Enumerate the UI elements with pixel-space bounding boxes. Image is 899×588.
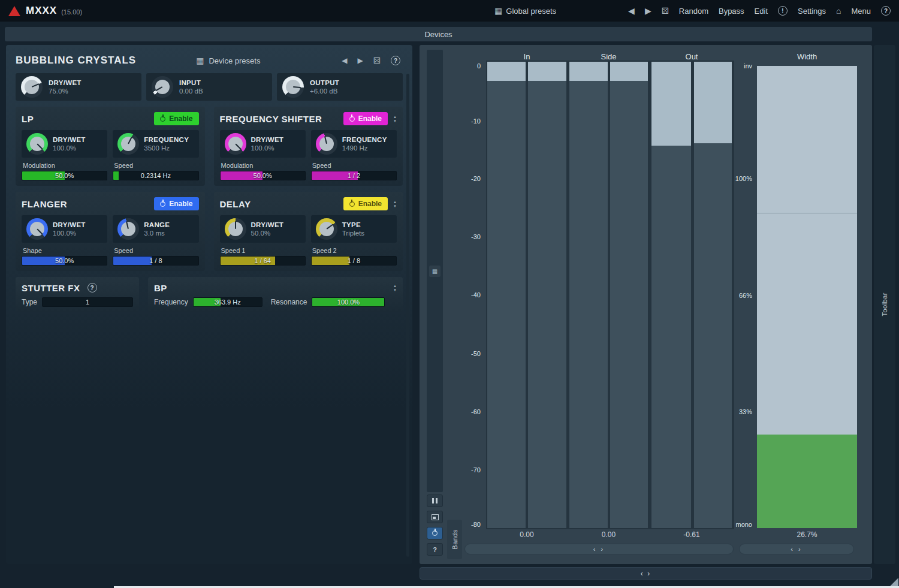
lp-drywet-control: DRY/WET 100.0%	[22, 130, 107, 158]
bp-resonance-slider[interactable]: 100.0%	[312, 297, 385, 307]
prev-device-preset-button[interactable]: ◀	[342, 56, 347, 65]
meter-column-in-left	[487, 62, 526, 528]
prev-preset-button[interactable]: ◀	[628, 6, 635, 16]
width-zoom-scrollbar[interactable]: ‹ ›	[739, 544, 854, 554]
slider-value: 50.0%	[22, 257, 107, 265]
meter-column-in-right	[528, 62, 566, 528]
drywet-knob[interactable]	[21, 76, 43, 98]
readout-out: -0.61	[651, 530, 732, 539]
delay-drywet-knob[interactable]	[225, 218, 246, 240]
slider-value: 1 / 64	[221, 257, 305, 265]
flanger-speed-slider[interactable]: 1 / 8	[113, 256, 198, 266]
delay-speed1-slider[interactable]: 1 / 64	[220, 256, 306, 266]
next-device-preset-button[interactable]: ▶	[358, 56, 363, 65]
meter-power-button[interactable]	[427, 527, 443, 539]
help-icon[interactable]: ?	[88, 283, 97, 293]
help-icon[interactable]: ?	[881, 6, 891, 16]
device-presets-nav: ◀ ▶ ⚄ ?	[342, 56, 400, 65]
toolbar-label: Toolbar	[881, 293, 888, 316]
lp-modulation-slider[interactable]: 50.0%	[22, 171, 107, 180]
frequency-shifter-enable-button[interactable]: Enable	[343, 112, 388, 125]
layout-button[interactable]	[427, 511, 443, 523]
input-knob[interactable]	[152, 76, 173, 98]
module-title: DELAY	[220, 199, 251, 209]
module-collapse-spinner[interactable]: ▲ ▼	[393, 200, 397, 208]
tab-devices[interactable]: Devices	[5, 27, 872, 41]
meter-zoom-scrollbar[interactable]: ‹ ›	[464, 544, 734, 554]
horizontal-scrollbar[interactable]: ‹ ›	[420, 567, 872, 580]
melda-logo-icon	[8, 6, 20, 16]
delay-speed2-slider[interactable]: 1 / 8	[311, 256, 397, 266]
random-button[interactable]: Random	[679, 7, 708, 16]
next-preset-button[interactable]: ▶	[645, 6, 651, 16]
module-title: BP	[154, 283, 167, 293]
knob-value: Triplets	[342, 230, 364, 237]
dice-icon[interactable]: ⚄	[662, 6, 669, 16]
global-presets-button[interactable]: ▦ Global presets	[494, 6, 556, 16]
power-icon	[160, 116, 165, 122]
flanger-drywet-knob[interactable]	[26, 218, 48, 240]
meter-help-button[interactable]: ?	[427, 543, 443, 556]
module-flanger: FLANGER Enable DRY/WET 100.0%	[16, 192, 205, 271]
settings-button[interactable]: Settings	[798, 7, 826, 16]
alert-icon[interactable]: !	[778, 6, 788, 16]
dice-icon[interactable]: ⚄	[373, 56, 381, 65]
flanger-range-knob[interactable]	[117, 218, 139, 240]
home-icon[interactable]: ⌂	[836, 6, 841, 16]
delay-type-knob[interactable]	[316, 218, 337, 240]
delay-enable-button[interactable]: Enable	[343, 197, 388, 210]
enable-label: Enable	[169, 114, 192, 123]
output-knob[interactable]	[282, 76, 304, 98]
grid-icon: ▦	[196, 56, 204, 65]
lp-drywet-knob[interactable]	[26, 133, 48, 155]
device-presets-button[interactable]: ▦ Device presets	[196, 56, 260, 65]
toolbar-strip[interactable]: Toolbar	[874, 45, 895, 564]
pause-icon	[432, 498, 438, 503]
slider-value: 0.2314 Hz	[113, 171, 198, 180]
db-scale-label: 0	[454, 62, 481, 70]
db-scale-label: -70	[454, 466, 481, 474]
knob-label: FREQUENCY	[144, 136, 189, 143]
chevron-up-icon: ▲	[393, 115, 397, 119]
stutter-type-slider[interactable]: 1	[42, 297, 133, 307]
help-icon[interactable]: ?	[391, 56, 400, 65]
chevron-up-icon: ▲	[393, 200, 397, 204]
fs-frequency-knob[interactable]	[316, 133, 337, 155]
fs-speed-slider[interactable]: 1 / 2	[311, 171, 397, 180]
knob-value: 3.0 ms	[144, 230, 170, 237]
fs-drywet-knob[interactable]	[225, 133, 246, 155]
module-title: FREQUENCY SHIFTER	[220, 114, 322, 124]
fs-modulation-slider[interactable]: 50.0%	[220, 171, 306, 180]
menu-button[interactable]: Menu	[851, 7, 871, 16]
slider-label: Resonance	[271, 298, 307, 306]
lp-frequency-knob[interactable]	[117, 133, 139, 155]
slider-value: 1	[43, 298, 132, 306]
meter-column-out-left	[651, 62, 691, 528]
meter-mode-icon[interactable]: ▦	[429, 266, 441, 277]
lp-speed-slider[interactable]: 0.2314 Hz	[113, 171, 198, 180]
resize-grip[interactable]	[890, 578, 898, 586]
slider-label: Speed	[114, 162, 198, 169]
flanger-shape-slider[interactable]: 50.0%	[22, 256, 107, 266]
knob-label: TYPE	[342, 221, 364, 228]
bypass-button[interactable]: Bypass	[719, 7, 744, 16]
device-panel-scrollbar[interactable]	[406, 74, 409, 557]
enable-label: Enable	[169, 200, 192, 208]
bands-label: Bands	[451, 529, 458, 550]
knob-value: 100.0%	[251, 144, 284, 152]
bp-frequency-slider[interactable]: 363.9 Hz	[193, 297, 263, 307]
knob-value: 0.00 dB	[179, 88, 203, 95]
edit-button[interactable]: Edit	[755, 7, 768, 16]
db-scale-label: -40	[454, 291, 481, 298]
readout-width: 26.7%	[757, 530, 857, 539]
flanger-enable-button[interactable]: Enable	[154, 197, 198, 210]
global-presets-label: Global presets	[506, 7, 556, 16]
module-collapse-spinner[interactable]: ▲ ▼	[393, 284, 397, 292]
width-meter-fill	[757, 435, 857, 528]
tab-bands[interactable]: Bands	[447, 520, 462, 559]
slider-value: 1 / 8	[113, 257, 198, 265]
titlebar: MXXX (15.00) ▦ Global presets ◀ ▶ ⚄ Rand…	[0, 0, 899, 22]
lp-enable-button[interactable]: Enable	[154, 112, 198, 125]
module-collapse-spinner[interactable]: ▲ ▼	[393, 115, 397, 123]
pause-button[interactable]	[427, 494, 443, 507]
